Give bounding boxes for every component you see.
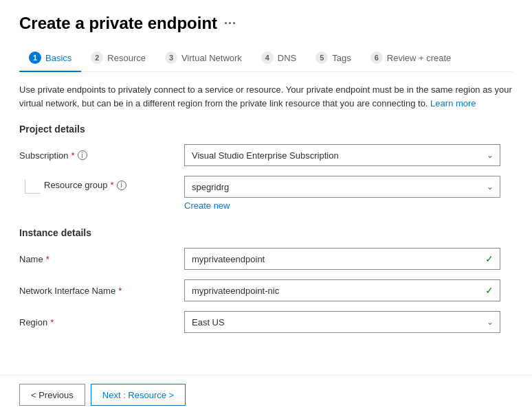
subscription-info-icon[interactable]: i [78, 150, 87, 160]
subscription-label: Subscription * i [19, 150, 184, 161]
create-new-link[interactable]: Create new [184, 200, 230, 211]
resource-group-select-wrapper: spegridrg ⌄ [184, 176, 500, 198]
name-input-wrapper: ✓ [184, 248, 500, 270]
tab-basics-step: 1 [29, 51, 41, 64]
nic-input-wrapper: ✓ [184, 279, 500, 301]
resource-group-select[interactable]: spegridrg [184, 176, 500, 198]
resource-group-label: Resource group * i [44, 180, 126, 190]
tab-review-create-label: Review + create [387, 53, 452, 63]
next-button[interactable]: Next : Resource > [91, 384, 186, 406]
more-options-icon[interactable]: ··· [224, 16, 236, 31]
tab-tags-label: Tags [332, 53, 351, 63]
region-select-wrapper: East US ⌄ [184, 311, 500, 333]
instance-details-title: Instance details [19, 227, 513, 238]
network-interface-name-label: Network Interface Name * [19, 286, 184, 296]
project-details-title: Project details [19, 124, 513, 135]
resource-group-info-icon[interactable]: i [117, 181, 126, 190]
region-required: * [50, 317, 54, 327]
region-row: Region * East US ⌄ [19, 311, 513, 333]
subscription-select-wrapper: Visual Studio Enterprise Subscription ⌄ [184, 144, 500, 166]
subscription-row: Subscription * i Visual Studio Enterpris… [19, 144, 513, 166]
resource-group-row: Resource group * i spegridrg ⌄ Create ne… [19, 176, 513, 211]
name-input[interactable] [184, 248, 500, 270]
name-label: Name * [19, 254, 184, 264]
tab-resource-label: Resource [107, 53, 146, 63]
tab-dns-step: 4 [261, 51, 274, 64]
tab-virtual-network[interactable]: 3 Virtual Network [155, 46, 252, 72]
nic-check-icon: ✓ [485, 285, 494, 296]
tab-virtual-network-label: Virtual Network [181, 53, 242, 63]
tab-dns-label: DNS [278, 53, 296, 63]
tab-tags[interactable]: 5 Tags [306, 46, 360, 72]
tab-review-create[interactable]: 6 Review + create [361, 46, 461, 72]
network-interface-name-control: ✓ [184, 279, 500, 301]
resource-group-control: spegridrg ⌄ Create new [184, 176, 500, 211]
resource-group-label-area: Resource group * i [19, 176, 184, 194]
tab-basics[interactable]: 1 Basics [19, 46, 81, 72]
resource-group-required: * [111, 180, 114, 190]
tab-review-create-step: 6 [370, 51, 383, 64]
tab-resource[interactable]: 2 Resource [81, 46, 155, 72]
nic-required: * [118, 286, 122, 296]
wizard-tabs: 1 Basics 2 Resource 3 Virtual Network 4 … [19, 45, 513, 72]
previous-button[interactable]: < Previous [19, 384, 85, 406]
subscription-control: Visual Studio Enterprise Subscription ⌄ [184, 144, 500, 166]
main-content: Create a private endpoint ··· 1 Basics 2… [0, 0, 532, 375]
tab-tags-step: 5 [315, 51, 328, 64]
region-control: East US ⌄ [184, 311, 500, 333]
tab-basics-label: Basics [45, 53, 71, 63]
region-label: Region * [19, 317, 184, 327]
network-interface-name-row: Network Interface Name * ✓ [19, 279, 513, 301]
footer: < Previous Next : Resource > [0, 375, 532, 414]
name-required: * [46, 254, 49, 264]
tab-resource-step: 2 [91, 51, 103, 64]
page-container: Create a private endpoint ··· 1 Basics 2… [0, 0, 532, 414]
region-select[interactable]: East US [184, 311, 500, 333]
resource-group-indent [25, 180, 40, 194]
page-title: Create a private endpoint [19, 14, 217, 33]
subscription-required: * [71, 150, 75, 161]
learn-more-link[interactable]: Learn more [430, 98, 476, 108]
subscription-select[interactable]: Visual Studio Enterprise Subscription [184, 144, 500, 166]
name-row: Name * ✓ [19, 248, 513, 270]
instance-details-section: Instance details Name * ✓ Network Interf [19, 227, 513, 333]
name-check-icon: ✓ [485, 253, 494, 264]
page-title-area: Create a private endpoint ··· [19, 14, 513, 33]
tab-dns[interactable]: 4 DNS [252, 46, 306, 72]
tab-virtual-network-step: 3 [165, 51, 177, 64]
description-text: Use private endpoints to privately conne… [19, 83, 513, 110]
network-interface-name-input[interactable] [184, 279, 500, 301]
project-details-section: Project details Subscription * i Visual … [19, 124, 513, 211]
name-control: ✓ [184, 248, 500, 270]
